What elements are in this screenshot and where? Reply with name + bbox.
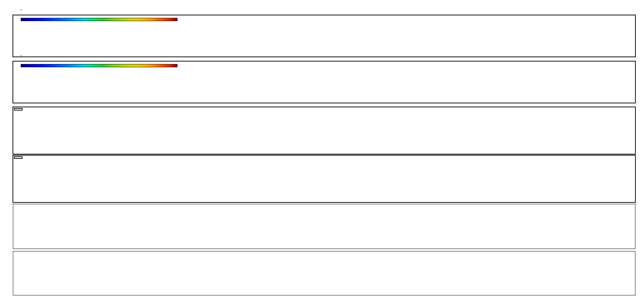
u-colorbar [21,18,177,21]
v-panel-label [21,55,21,56]
std-absi-heatmap-canvas [13,156,121,209]
adcp-depth-variation-panel [13,204,635,249]
adcp-depth-variation-canvas [13,204,121,258]
temperature-canvas [13,251,121,304]
mean-absi-heatmap-panel [13,107,636,155]
u-panel-label [21,9,21,10]
adcp-figure [0,0,644,304]
mean-absi-label [14,108,23,111]
std-absi-label [14,156,23,159]
temperature-panel [13,251,635,295]
std-absi-heatmap-panel [13,155,636,203]
mean-absi-heatmap-canvas [13,107,121,161]
v-colorbar [21,64,177,67]
